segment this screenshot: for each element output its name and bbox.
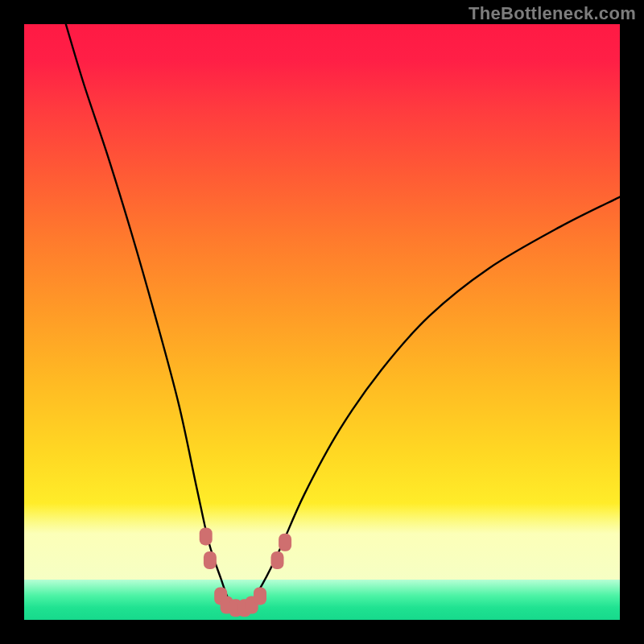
chart-frame: TheBottleneck.com	[0, 0, 644, 644]
watermark-text: TheBottleneck.com	[469, 3, 636, 24]
plot-area	[24, 24, 620, 620]
curve-layer	[24, 24, 620, 620]
trough-marker	[254, 587, 266, 605]
trough-marker	[271, 551, 284, 569]
trough-marker	[279, 534, 291, 551]
bottleneck-curve	[66, 24, 620, 608]
trough-markers	[200, 527, 291, 617]
trough-marker	[200, 527, 213, 545]
trough-marker	[204, 551, 217, 569]
